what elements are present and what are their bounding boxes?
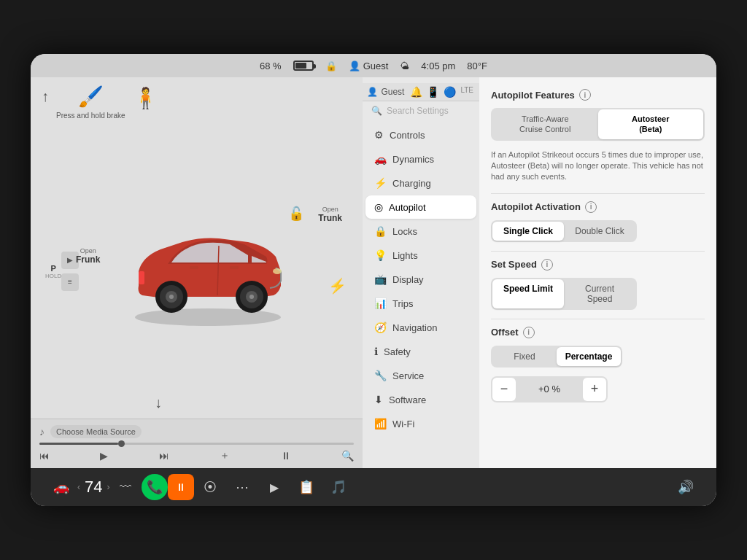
charging-icon: ⚡ — [374, 177, 387, 189]
lights-icon: 💡 — [374, 249, 387, 261]
nav-item-trips[interactable]: 📊 Trips — [365, 292, 476, 315]
svg-rect-11 — [139, 271, 144, 284]
apps-button[interactable]: 📋 — [290, 471, 322, 503]
settings-content: Autopilot Features i Traffic-Aware Cruis… — [479, 77, 716, 468]
left-panel: ↑ 🖌️ Press and hold brake 🧍 P HOLD ▶ ≡ — [31, 77, 363, 468]
double-click-option[interactable]: Double Click — [564, 222, 635, 241]
wifi-icon: 📶 — [374, 418, 387, 429]
media-progress-bar[interactable] — [39, 443, 354, 445]
nav-item-display[interactable]: 📺 Display — [365, 268, 476, 291]
media-player-button[interactable]: ▶ — [258, 471, 290, 503]
fixed-option[interactable]: Fixed — [492, 347, 557, 366]
media-source-button[interactable]: Choose Media Source — [50, 425, 142, 438]
add-button[interactable]: ＋ — [220, 449, 230, 462]
nav-item-lights[interactable]: 💡 Lights — [365, 244, 476, 267]
offset-info[interactable]: i — [523, 327, 535, 338]
software-icon: ⬇ — [374, 394, 383, 405]
autosteer-option[interactable]: Autosteer (Beta) — [598, 109, 704, 139]
phone-call-button[interactable]: 📞 — [142, 474, 168, 500]
single-click-option[interactable]: Single Click — [492, 222, 564, 241]
bluetooth-icon[interactable]: 🔵 — [444, 86, 456, 98]
search-icon: 🔍 — [371, 106, 382, 116]
arrow-down-icon[interactable]: ↓ — [155, 394, 162, 411]
divider-2 — [491, 251, 705, 252]
next-track-button[interactable]: ⏭ — [159, 450, 169, 462]
offset-stepper: − +0 % + — [491, 376, 608, 402]
safety-icon: ℹ — [374, 346, 378, 357]
offset-minus-button[interactable]: − — [492, 378, 516, 401]
temperature-display: 80°F — [467, 61, 487, 71]
nav-item-controls[interactable]: ⚙ Controls — [365, 123, 476, 147]
svg-rect-13 — [230, 266, 239, 269]
tesla-screen: 68 % 🔒 👤 Guest 🌤 4:05 pm 80°F ↑ 🖌️ Press… — [31, 54, 716, 506]
signal-icon: LTE — [460, 86, 473, 98]
park-indicator: P HOLD — [45, 263, 61, 279]
autopilot-features-info[interactable]: i — [579, 89, 591, 101]
fan-btn[interactable]: ≡ — [61, 273, 79, 291]
traffic-aware-option[interactable]: Traffic-Aware Cruise Control — [492, 109, 598, 139]
navigation-icon: 🧭 — [374, 322, 387, 333]
search-media-button[interactable]: 🔍 — [341, 450, 354, 462]
set-speed-toggle: Speed Limit Current Speed — [491, 278, 637, 310]
frunk-open-text: Open — [76, 247, 100, 254]
media-controls: ⏮ ▶ ⏭ ＋ ⏸ 🔍 — [39, 449, 354, 462]
progress-fill — [39, 443, 118, 445]
settings-nav: 👤 Guest 🔔 📱 🔵 LTE 🔍 Search Settings — [363, 77, 479, 468]
search-placeholder: Search Settings — [387, 106, 449, 116]
car-controls-top: ↑ 🖌️ Press and hold brake 🧍 — [31, 77, 363, 123]
nav-item-navigation[interactable]: 🧭 Navigation — [365, 316, 476, 339]
svg-point-9 — [249, 295, 254, 299]
search-bar[interactable]: 🔍 Search Settings — [363, 101, 479, 120]
nav-item-software[interactable]: ⬇ Software — [365, 388, 476, 411]
activation-info[interactable]: i — [585, 201, 597, 213]
climate-button[interactable]: 〰 — [109, 471, 142, 503]
nav-item-service[interactable]: 🔧 Service — [365, 364, 476, 387]
guest-status: 👤 Guest — [349, 61, 389, 71]
phone-icon[interactable]: 📱 — [427, 86, 439, 98]
offset-value-display: +0 % — [516, 384, 583, 394]
queue-button[interactable]: ⏸ — [281, 450, 291, 462]
car-home-button[interactable]: 🚗 — [45, 471, 77, 503]
car-area: P HOLD ▶ ≡ Open Frunk 🔓 — [31, 123, 363, 419]
media-button[interactable]: ⏸ — [168, 474, 194, 500]
taskbar: 🚗 ‹ 74 › 〰 📞 ⏸ ⦿ ⋯ ▶ 📋 🎵 🔊 — [31, 468, 716, 506]
trunk-area[interactable]: Open Trunk — [318, 206, 342, 223]
nav-item-locks[interactable]: 🔒 Locks — [365, 219, 476, 243]
bell-icon[interactable]: 🔔 — [410, 86, 422, 98]
nav-item-charging[interactable]: ⚡ Charging — [365, 171, 476, 195]
svg-rect-12 — [190, 266, 198, 269]
locks-icon: 🔒 — [374, 225, 387, 237]
nav-item-wifi[interactable]: 📶 Wi-Fi — [365, 412, 476, 435]
offset-toggle: Fixed Percentage — [491, 346, 622, 368]
spotify-button[interactable]: 🎵 — [322, 471, 355, 503]
lock-icon-overlay[interactable]: 🔓 — [288, 206, 304, 222]
frunk-area[interactable]: Open Frunk — [76, 247, 100, 265]
prev-track-button[interactable]: ⏮ — [39, 450, 50, 462]
set-speed-info[interactable]: i — [541, 259, 553, 271]
trunk-open-text: Open — [318, 206, 342, 213]
speed-value: 74 — [85, 478, 102, 497]
speed-chevron-left[interactable]: ‹ — [77, 482, 80, 492]
divider-1 — [491, 193, 705, 194]
media-bar: ♪ Choose Media Source ⏮ ▶ ⏭ ＋ ⏸ 🔍 — [31, 419, 363, 468]
play-button[interactable]: ▶ — [100, 450, 108, 462]
right-panel: 👤 Guest 🔔 📱 🔵 LTE 🔍 Search Settings — [363, 77, 716, 468]
percentage-option[interactable]: Percentage — [557, 347, 621, 366]
nav-item-dynamics[interactable]: 🚗 Dynamics — [365, 147, 476, 171]
person-icon: 👤 — [349, 61, 360, 71]
battery-icon — [293, 61, 314, 71]
nav-item-autopilot[interactable]: ◎ Autopilot — [365, 195, 476, 219]
current-speed-option[interactable]: Current Speed — [564, 279, 635, 308]
volume-button[interactable]: 🔊 — [670, 471, 702, 503]
offset-plus-button[interactable]: + — [583, 378, 606, 401]
music-player-button[interactable]: ⦿ — [194, 471, 226, 503]
divider-3 — [491, 319, 705, 319]
svg-point-5 — [169, 295, 174, 299]
nav-item-safety[interactable]: ℹ Safety — [365, 340, 476, 363]
media-top: ♪ Choose Media Source — [39, 425, 354, 438]
charge-bolt-icon: ⚡ — [328, 278, 347, 294]
more-button[interactable]: ⋯ — [226, 471, 258, 503]
arrow-up-icon[interactable]: ↑ — [42, 88, 49, 105]
set-speed-title: Set Speed i — [491, 259, 705, 271]
speed-limit-option[interactable]: Speed Limit — [492, 279, 564, 308]
